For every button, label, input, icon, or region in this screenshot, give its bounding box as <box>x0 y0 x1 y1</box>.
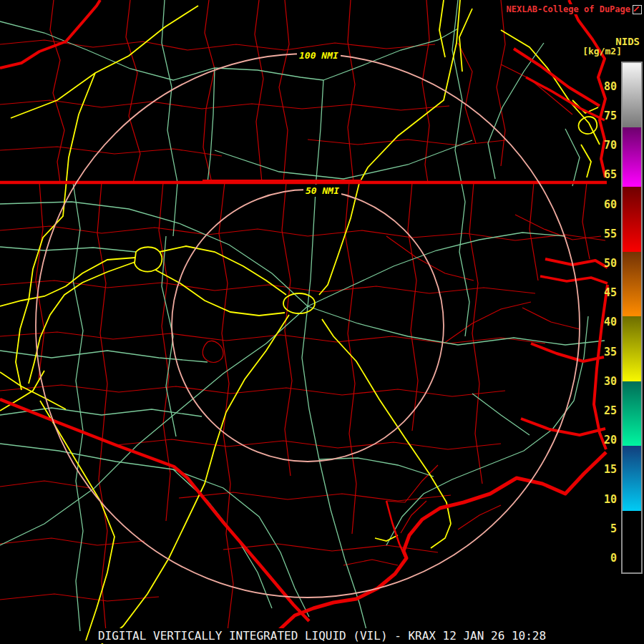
colorbar-tick-60: 60 <box>598 198 617 211</box>
colorbar-segment <box>623 252 641 317</box>
range-ring-label-100nmi: 100 NMI <box>297 49 341 62</box>
rivers-coastline <box>0 0 608 634</box>
colorbar-tick-5: 5 <box>598 522 617 535</box>
colorbar-tick-80: 80 <box>598 80 617 93</box>
base-map <box>0 0 644 644</box>
colorbar-tick-0: 0 <box>598 552 617 565</box>
county-boundaries <box>0 0 605 631</box>
colorbar-tick-75: 75 <box>598 109 617 122</box>
colorbar-tick-65: 65 <box>598 168 617 181</box>
colorbar-tick-10: 10 <box>598 493 617 506</box>
interstate-highways <box>0 0 600 644</box>
colorbar-tick-20: 20 <box>598 434 617 447</box>
colorbar-tick-35: 35 <box>598 346 617 358</box>
colorbar-segment <box>623 446 641 511</box>
range-ring-label-50nmi: 50 NMI <box>303 185 341 197</box>
radar-display: 100 NMI 50 NMI NEXLAB-College of DuPage … <box>0 0 644 644</box>
colorbar-tick-55: 55 <box>598 228 617 240</box>
colorbar-tick-30: 30 <box>598 375 617 388</box>
colorbar-tick-15: 15 <box>598 463 617 476</box>
colorbar-tick-labels: 80757065605550454035302520151050 <box>598 0 620 644</box>
colorbar-segment <box>623 127 641 186</box>
source-credit: NEXLAB-College of DuPage <box>507 4 642 14</box>
range-rings <box>36 54 580 597</box>
us-highways <box>0 0 605 631</box>
range-ring-100nmi <box>36 54 580 597</box>
colorbar <box>621 62 643 574</box>
colorbar-tick-50: 50 <box>598 257 617 270</box>
colorbar-segment <box>623 381 641 447</box>
colorbar-tick-40: 40 <box>598 316 617 328</box>
colorbar-tick-70: 70 <box>598 139 617 152</box>
range-ring-50nmi <box>172 190 444 462</box>
colorbar-segment <box>623 316 641 381</box>
colorbar-tick-25: 25 <box>598 404 617 417</box>
colorbar-tick-45: 45 <box>598 286 617 299</box>
colorbar-segment <box>623 63 641 127</box>
product-caption: DIGITAL VERTICALLY INTEGRATED LIQUID (VI… <box>95 628 549 643</box>
college-of-dupage-flag-icon <box>633 5 642 14</box>
state-borders <box>0 180 607 621</box>
colorbar-segment <box>623 187 641 252</box>
